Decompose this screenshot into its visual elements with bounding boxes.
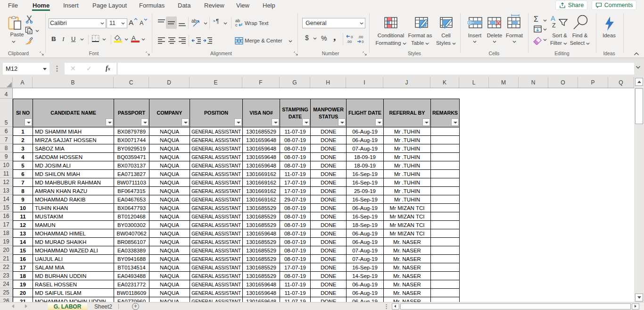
svg-text:.00: .00 bbox=[347, 40, 352, 44]
svg-text:c: c bbox=[235, 23, 238, 27]
svg-text:.00: .00 bbox=[358, 35, 363, 39]
svg-text:0: 0 bbox=[351, 35, 353, 39]
svg-text:0: 0 bbox=[362, 40, 364, 44]
svg-text:ab: ab bbox=[191, 18, 197, 24]
